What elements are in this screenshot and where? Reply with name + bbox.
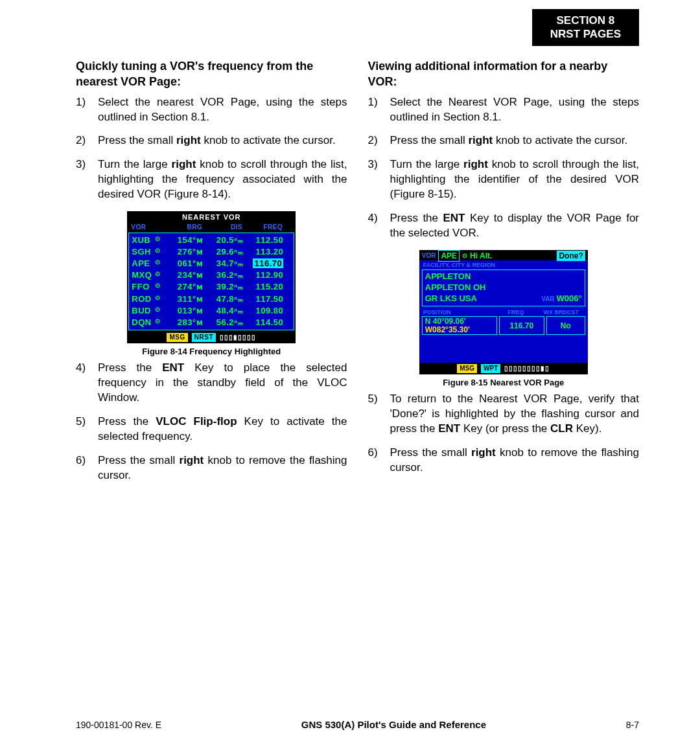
vor-label: VOR: [422, 251, 436, 260]
left-steps-b: Press the ENT Key to place the selected …: [76, 361, 347, 483]
step: Select the Nearest VOR Page, using the s…: [368, 95, 640, 125]
right-steps-a: Select the Nearest VOR Page, using the s…: [368, 95, 640, 242]
footer-mid: GNS 530(A) Pilot's Guide and Reference: [301, 719, 486, 730]
col-vor: VOR: [131, 223, 163, 232]
col-freq: FREQ: [242, 223, 283, 232]
page-boxes: ▯▯▯▮▯▯▯▯: [220, 333, 256, 342]
fig815-caption: Figure 8-15 Nearest VOR Page: [443, 377, 564, 389]
msg-tag: MSG: [167, 333, 187, 342]
mode-tag: WPT: [481, 364, 500, 373]
vor-alt: Hi Alt.: [470, 251, 492, 261]
section-header: SECTION 8 NRST PAGES: [532, 9, 639, 46]
right-steps-b: To return to the Nearest VOR Page, verif…: [368, 392, 640, 475]
vor-row: ROD⊙311°ᴍ47.8ⁿₘ117.50: [132, 293, 291, 305]
col-dis: DIS: [202, 223, 242, 232]
facility-box: APPLETON APPLETON OH GR LKS USA VARW006°: [422, 269, 585, 306]
var-label: VAR: [541, 295, 554, 303]
step: Press the small right knob to remove the…: [368, 446, 640, 475]
right-column: Viewing additional information for a nea…: [368, 58, 640, 492]
done-button[interactable]: Done?: [557, 251, 585, 261]
screen1-body: XUB⊙154°ᴍ20.5ⁿₘ112.50SGH⊙276°ᴍ29.6ⁿₘ113.…: [128, 233, 294, 331]
screen2-toprow: VOR APE ⊙ Hi Alt. Done?: [419, 251, 588, 260]
step: Press the VLOC Flip-flop Key to activate…: [76, 415, 347, 444]
page-boxes: ▯▯▯▯▯▯▯▯▮▯: [504, 364, 550, 373]
footer-left: 190-00181-00 Rev. E: [76, 720, 161, 730]
position-labels: POSITION FREQ WX BRDCST: [419, 308, 588, 316]
facility-region: GR LKS USA VARW006°: [425, 293, 582, 304]
content-columns: Quickly tuning a VOR's frequency from th…: [76, 58, 639, 492]
vor-row: BUD⊙013°ᴍ48.4ⁿₘ109.80: [132, 305, 291, 317]
vor-row: FFO⊙274°ᴍ39.2ⁿₘ115.20: [132, 281, 291, 293]
lbl-position: POSITION: [423, 308, 493, 316]
facility-name: APPLETON: [425, 271, 582, 282]
footer-right: 8-7: [626, 720, 639, 730]
step: Turn the large right knob to scroll thro…: [368, 157, 640, 202]
right-heading: Viewing additional information for a nea…: [368, 58, 640, 90]
vor-id: APE: [438, 250, 460, 262]
vor-row: APE⊙061°ᴍ34.7ⁿₘ116.70: [132, 258, 291, 269]
screen1-title: NEAREST VOR: [127, 211, 296, 223]
section-line1: SECTION 8: [550, 14, 621, 27]
variation: VARW006°: [541, 293, 582, 304]
left-heading: Quickly tuning a VOR's frequency from th…: [76, 58, 347, 90]
vor-row: DQN⊙283°ᴍ56.2ⁿₘ114.50: [132, 317, 291, 328]
screen2-pad: [419, 337, 588, 363]
wx-value: No: [546, 316, 585, 335]
lat: N 40°09.06': [425, 317, 494, 326]
screen1-footer: MSG NRST ▯▯▯▮▯▯▯▯: [127, 332, 296, 343]
screen-nearest-vor: NEAREST VOR VOR BRG DIS FREQ XUB⊙154°ᴍ20…: [127, 211, 296, 343]
screen1-colheads: VOR BRG DIS FREQ: [127, 223, 296, 233]
vor-row: SGH⊙276°ᴍ29.6ⁿₘ113.20: [132, 246, 291, 258]
section-line2: NRST PAGES: [550, 27, 621, 41]
screen2-footer: MSG WPT ▯▯▯▯▯▯▯▯▮▯: [419, 363, 588, 374]
vor-row: MXQ⊙234°ᴍ36.2ⁿₘ112.90: [132, 269, 291, 281]
region-text: GR LKS USA: [425, 293, 477, 303]
page-footer: 190-00181-00 Rev. E GNS 530(A) Pilot's G…: [76, 719, 639, 730]
coords: N 40°09.06' W082°35.30': [422, 316, 497, 335]
figure-8-15: VOR APE ⊙ Hi Alt. Done? FACILITY, CITY &…: [368, 250, 640, 388]
facility-city: APPLETON OH: [425, 282, 582, 293]
mode-tag: NRST: [192, 333, 216, 342]
step: Press the ENT Key to display the VOR Pag…: [368, 211, 640, 241]
position-box: N 40°09.06' W082°35.30' 116.70 No: [422, 316, 585, 335]
figure-8-14: NEAREST VOR VOR BRG DIS FREQ XUB⊙154°ᴍ20…: [76, 211, 347, 357]
freq-value: 116.70: [499, 316, 544, 335]
step: Turn the large right knob to scroll thro…: [76, 157, 347, 202]
lbl-wx: WX BRDCST: [539, 308, 584, 316]
facility-section-label: FACILITY, CITY & REGION: [419, 260, 588, 269]
step: Press the small right knob to activate t…: [76, 133, 347, 148]
col-brg: BRG: [163, 223, 202, 232]
fig814-caption: Figure 8-14 Frequency Highlighted: [142, 346, 281, 358]
var-value: W006°: [557, 293, 582, 303]
msg-tag: MSG: [457, 364, 477, 373]
screen-vor-detail: VOR APE ⊙ Hi Alt. Done? FACILITY, CITY &…: [419, 250, 588, 374]
step: Press the ENT Key to place the selected …: [76, 361, 347, 406]
lon: W082°35.30': [425, 326, 494, 334]
vor-row: XUB⊙154°ᴍ20.5ⁿₘ112.50: [132, 234, 291, 246]
vor-symbol: ⊙: [462, 251, 467, 260]
step: To return to the Nearest VOR Page, verif…: [368, 392, 640, 437]
step: Select the nearest VOR Page, using the s…: [76, 95, 347, 125]
step: Press the small right knob to remove the…: [76, 453, 347, 483]
lbl-freq: FREQ: [493, 308, 539, 316]
step: Press the small right knob to activate t…: [368, 133, 640, 148]
left-column: Quickly tuning a VOR's frequency from th…: [76, 58, 347, 492]
left-steps-a: Select the nearest VOR Page, using the s…: [76, 95, 347, 203]
